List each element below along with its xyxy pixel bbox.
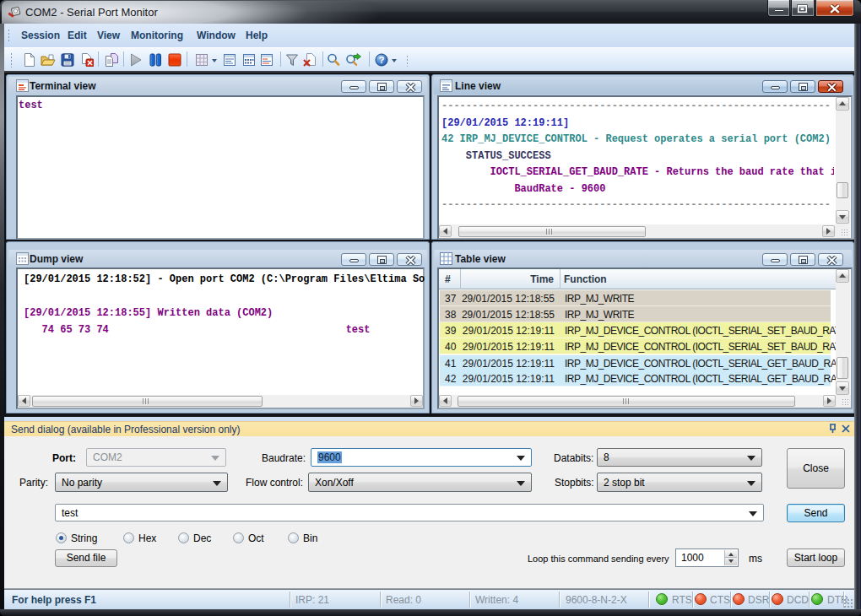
svg-text:?: ?: [379, 55, 385, 65]
